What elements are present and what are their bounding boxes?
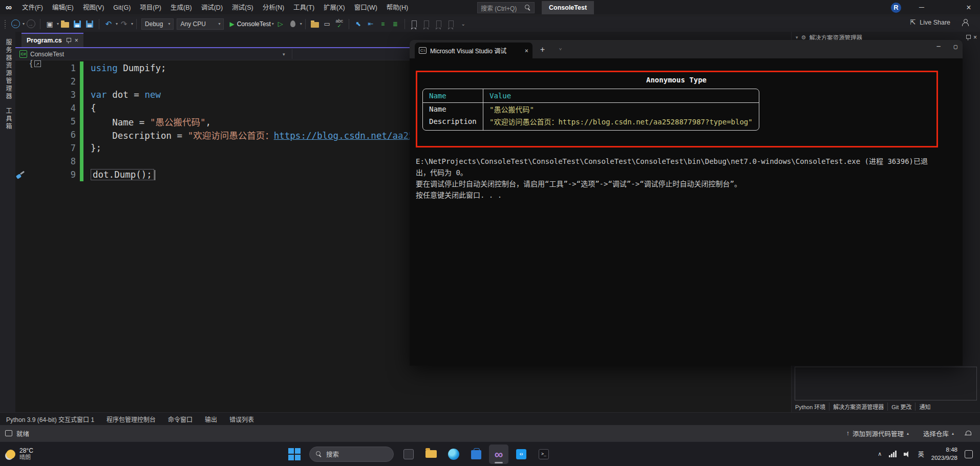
live-share-control[interactable]: ⇱ Live Share [910, 18, 969, 26]
menu-item[interactable]: 测试(S) [227, 0, 258, 15]
search-input[interactable]: 搜索 (Ctrl+Q) [477, 2, 535, 13]
dock-tab-通知[interactable]: 通知 [915, 403, 934, 411]
open-file-button[interactable] [59, 18, 71, 30]
menu-item[interactable]: 文件(F) [17, 0, 48, 15]
clear-bookmarks-button[interactable] [445, 18, 457, 30]
clock[interactable]: 8:48 2023/9/28 [931, 446, 957, 462]
select-repository-button[interactable]: 选择仓库 ▴ [917, 425, 960, 441]
tool-window-tab[interactable]: 输出 [199, 415, 223, 423]
tab-program-cs[interactable]: Program.cs × [22, 33, 83, 47]
console-tab[interactable]: C:\ Microsoft Visual Studio 调试 × [415, 43, 532, 58]
tray-expand-icon[interactable]: ∧ [878, 451, 882, 457]
toolbar-grip[interactable] [4, 19, 6, 29]
app-window-icon[interactable] [399, 444, 418, 464]
notification-center-icon[interactable] [965, 450, 973, 458]
microsoft-store-icon[interactable] [466, 444, 486, 464]
feedback-icon[interactable] [5, 430, 12, 436]
menu-item[interactable]: 编辑(E) [48, 0, 78, 15]
spell-check-button[interactable]: abc✓ [334, 18, 345, 30]
edge-browser-icon[interactable] [444, 444, 463, 464]
console-content[interactable]: Anonymous Type NameValueName"愚公搬代码"Descr… [410, 58, 963, 201]
indent-decrease-button[interactable]: ≡ [377, 18, 389, 30]
toolbar-overflow-button[interactable]: ⌄ [458, 18, 469, 30]
tab-close-icon[interactable]: × [75, 37, 78, 44]
tool-window-tab[interactable]: 命令窗口 [162, 415, 199, 423]
menu-item[interactable]: Git(G) [109, 0, 135, 15]
left-strip-tab[interactable]: 服务器资源管理器 [4, 39, 13, 100]
tool-window-tab[interactable]: 程序包管理控制台 [100, 415, 162, 423]
dock-tab-解决方案资源管理器[interactable]: 解决方案资源管理器 [829, 403, 888, 411]
vscode-icon[interactable]: ‹› [512, 444, 531, 464]
file-explorer-icon[interactable] [421, 444, 441, 464]
code-text: { [91, 103, 96, 113]
profiler-button[interactable] [287, 18, 299, 30]
next-bookmark-button[interactable] [433, 18, 444, 30]
r-extension-badge[interactable]: R [891, 3, 901, 13]
previous-bookmark-button[interactable] [421, 18, 432, 30]
indent-increase-button[interactable]: ≣ [390, 18, 401, 30]
terminal-icon[interactable]: >_ [534, 444, 553, 464]
console-maximize-button[interactable]: ▢ [954, 43, 957, 50]
show-output-window-button[interactable]: ▭ [322, 18, 333, 30]
notifications-bell-icon[interactable] [965, 430, 972, 437]
taskbar-search-input[interactable]: 搜索 [309, 447, 394, 462]
tool-window-tab[interactable]: Python 3.9 (64-bit) 交互式窗口 1 [0, 415, 100, 423]
new-tab-button[interactable]: + [540, 45, 545, 54]
breadcrumb-dropdown-icon[interactable]: ▾ [283, 52, 285, 57]
menu-item[interactable]: 视图(V) [78, 0, 109, 15]
menu-item[interactable]: 生成(B) [166, 0, 197, 15]
toggle-bookmark-button[interactable] [409, 18, 420, 30]
volume-icon[interactable] [904, 451, 911, 457]
redo-button[interactable]: ↷ [118, 18, 130, 30]
start-debug-button[interactable]: ▶ ConsoleTest ▾ [229, 18, 273, 30]
code-text: using Dumpify; [91, 63, 166, 73]
close-button[interactable]: × [957, 0, 980, 15]
start-button[interactable] [285, 444, 304, 464]
menu-item[interactable]: 调试(D) [197, 0, 227, 15]
menu-item[interactable]: 窗口(W) [350, 0, 382, 15]
menu-item[interactable]: 帮助(H) [382, 0, 413, 15]
menu-item[interactable]: 工具(T) [289, 0, 319, 15]
console-tab-close-icon[interactable]: × [525, 47, 528, 54]
dock-tab-Python 环境[interactable]: Python 环境 [792, 403, 829, 411]
visual-studio-icon[interactable]: ∞ [489, 444, 508, 464]
weather-widget[interactable]: 28°C 晴朗 [0, 442, 39, 466]
navigate-forward-button[interactable]: → [25, 18, 36, 30]
search-placeholder: 搜索 (Ctrl+Q) [481, 4, 525, 12]
ready-status: 就绪 [16, 429, 29, 438]
save-button[interactable] [72, 18, 83, 30]
start-without-debug-button[interactable]: ▷ [275, 18, 286, 30]
menu-item[interactable]: 扩展(X) [319, 0, 350, 15]
debug-configuration-dropdown[interactable]: Debug▾ [141, 18, 174, 30]
quick-fix-screwdriver-icon[interactable] [16, 170, 25, 179]
edge-browser-icon [448, 449, 459, 460]
pin-icon[interactable] [66, 37, 71, 44]
undo-button[interactable]: ↶ [103, 18, 114, 30]
platform-dropdown[interactable]: Any CPU▾ [177, 18, 224, 30]
save-all-button[interactable] [84, 18, 95, 30]
microsoft-store-icon [471, 450, 481, 459]
breadcrumb-project[interactable]: ConsoleTest [30, 51, 64, 58]
add-to-source-control-button[interactable]: ↑ 添加到源代码管理 ▴ [840, 425, 915, 441]
tool-window-tab[interactable]: 错误列表 [223, 415, 260, 423]
dock-dropdown-icon[interactable]: ▾ [796, 35, 798, 40]
menu-item[interactable]: 项目(P) [135, 0, 166, 15]
left-strip-tab[interactable]: 工具箱 [4, 108, 13, 131]
menu-item[interactable]: 分析(N) [258, 0, 289, 15]
code-text: Name = "愚公搬代码", [91, 115, 211, 128]
new-project-button[interactable]: ▣ [44, 18, 55, 30]
tab-dropdown-icon[interactable]: ˅ [559, 47, 562, 52]
dock-tab-Git 更改[interactable]: Git 更改 [888, 403, 915, 411]
person-icon [962, 19, 969, 26]
dock-pin-icon[interactable] [966, 34, 970, 40]
find-in-files-button[interactable] [309, 18, 321, 30]
navigate-cursor-button[interactable]: ⇤ [365, 18, 376, 30]
minimize-button[interactable]: ─ [910, 0, 933, 15]
menu-bar: 文件(F)编辑(E)视图(V)Git(G)项目(P)生成(B)调试(D)测试(S… [17, 0, 413, 15]
network-icon[interactable] [889, 451, 897, 457]
intellisense-cursor-button[interactable]: ⬉ [353, 18, 364, 30]
console-minimize-button[interactable]: ─ [937, 43, 941, 50]
dock-close-icon[interactable]: × [973, 34, 977, 41]
ime-language-indicator[interactable]: 英 [918, 450, 924, 458]
navigate-back-button[interactable]: ← [10, 18, 21, 30]
